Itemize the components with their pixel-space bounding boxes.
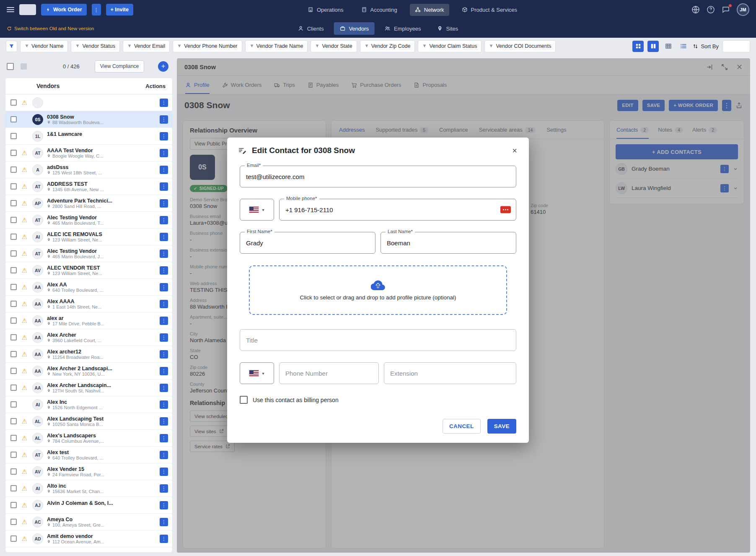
tab-sites[interactable]: Sites [431,22,464,35]
vendor-checkbox[interactable] [10,267,17,273]
filter-chip[interactable]: Vendor Phone Number [173,40,242,52]
tab-addresses[interactable]: Addresses [339,121,365,139]
select-all-checkbox[interactable] [7,63,14,70]
vendor-row[interactable]: ⚠ 1L 1&1 Lawncare ⋮ [5,128,172,145]
filter-chip[interactable]: Vendor Trade Name [245,40,308,52]
vendor-row[interactable]: ⚠ AV Alex Vender 15 24 Farmview Road, Po… [5,463,172,480]
vendor-checkbox[interactable] [10,334,17,340]
tab-compliance[interactable]: Compliance [439,121,468,139]
vendor-row[interactable]: ⚠ AJ Alvin J Coleman & Son, I... ⋮ [5,497,172,514]
selection-menu-button[interactable] [21,63,27,70]
vendor-checkbox[interactable] [10,183,17,190]
profile-picture-dropzone[interactable]: Click to select or drag and drop to add … [249,265,507,315]
email-field[interactable]: Email* test@utilizecore.com [240,166,516,187]
vendor-row[interactable]: ⚠ AI ALEC ICE REMOVALS 123 William Stree… [5,229,172,245]
vendor-row[interactable]: ⚠ ⋮ [5,94,172,111]
billing-person-checkbox[interactable] [240,396,248,404]
chevron-down-icon[interactable] [733,186,738,191]
vendor-checkbox[interactable] [10,217,17,223]
split-view-button[interactable] [647,41,659,52]
vendor-checkbox[interactable] [10,116,17,122]
tab-employees[interactable]: Employees [379,22,427,35]
vendor-actions-button[interactable]: ⋮ [160,166,168,174]
expand-icon[interactable] [721,64,728,70]
vendor-actions-button[interactable]: ⋮ [160,400,168,409]
contact-actions-button[interactable]: ⋮ [720,184,729,192]
close-panel-icon[interactable] [736,64,743,70]
hamburger-menu-icon[interactable] [7,7,14,12]
save-button[interactable]: SAVE [642,100,665,111]
vendor-row[interactable]: ⚠ AD Amit demo vendor 112 Ocean Avenue, … [5,530,172,547]
sort-option-box[interactable] [722,40,750,52]
vendor-checkbox[interactable] [10,401,17,408]
table-view-button[interactable] [663,41,674,52]
work-order-button[interactable]: Work Order [41,4,87,16]
vendor-checkbox[interactable] [10,234,17,240]
filter-chip[interactable]: Vendor State [311,40,357,52]
work-order-menu-button[interactable]: ⋮ [92,4,101,16]
vendor-actions-button[interactable]: ⋮ [160,182,168,191]
contact-row[interactable]: GB Grady Boeman ⋮ [616,159,738,179]
vendor-actions-button[interactable]: ⋮ [160,518,168,526]
nav-network[interactable]: Network [410,4,449,16]
vendor-actions-button[interactable]: ⋮ [160,451,168,459]
vendor-actions-button[interactable]: ⋮ [160,317,168,325]
vendor-checkbox[interactable] [10,502,17,508]
vendor-actions-button[interactable]: ⋮ [160,249,168,258]
vendor-checkbox[interactable] [10,368,17,374]
vendor-actions-button[interactable]: ⋮ [160,149,168,157]
vendor-checkbox[interactable] [10,99,17,106]
vendor-row[interactable]: ⚠ AP Adventure Park Technici... 2800 San… [5,195,172,212]
vendor-row[interactable]: ⚠ AT AAAA Test Vendor Boogie Woogie Way,… [5,145,172,161]
invite-button[interactable]: + Invite [106,4,133,16]
vendor-row[interactable]: ⚠ AT Alec Testing Vendor 465 Marin Boule… [5,212,172,229]
contact-actions-button[interactable]: ⋮ [720,165,729,173]
vendor-actions-button[interactable]: ⋮ [160,484,168,493]
tab-payables[interactable]: Payables [308,76,339,94]
tab-supported-trades[interactable]: Supported trades5 [375,121,428,139]
vendor-actions-button[interactable]: ⋮ [160,367,168,375]
filter-chip[interactable]: Vendor Name [20,40,68,52]
vendor-actions-button[interactable]: ⋮ [160,417,168,426]
vendor-row[interactable]: ⚠ A adsDsss 125 West 18th Street, ... ⋮ [5,161,172,178]
more-actions-button[interactable]: ⋮ [722,100,731,111]
filter-chip[interactable]: Vendor Status [71,40,120,52]
sort-by-control[interactable]: Sort By [693,43,719,49]
vendor-actions-button[interactable]: ⋮ [160,115,168,124]
vendor-actions-button[interactable]: ⋮ [160,468,168,476]
add-contacts-button[interactable]: + ADD CONTACTS [616,144,738,159]
vendor-actions-button[interactable]: ⋮ [160,283,168,291]
tab-clients[interactable]: Clients [292,22,330,35]
vendor-row[interactable]: ⚠ AA Alex AAAA 1 East 14th Street, Ne...… [5,296,172,312]
nav-operations[interactable]: Operations [303,4,349,16]
vendor-row[interactable]: ⚠ 0S 0308 Snow 88 Wadsworth Bouleva... ⋮ [5,111,172,128]
vendor-checkbox[interactable] [10,519,17,525]
version-switch-link[interactable]: Switch between Old and New version [7,26,94,31]
relationship-link-chip[interactable]: View sites [190,426,228,437]
phone-number-input[interactable] [279,362,379,384]
board-view-button[interactable] [632,41,644,52]
contact-row[interactable]: LW Laura Wingfield ⋮ [616,179,738,198]
title-input[interactable] [240,329,516,351]
vendor-row[interactable]: ⚠ AL Alex's Landscapers 784 Columbus Ave… [5,430,172,447]
tab-proposals[interactable]: Proposals [414,76,447,94]
extension-input[interactable] [384,362,516,384]
vendor-row[interactable]: ⚠ AC Ameya Co 100, Ameya Street, Gre... … [5,514,172,530]
vendor-actions-button[interactable]: ⋮ [160,300,168,308]
filter-chip[interactable]: Vendor Zip Code [360,40,415,52]
chat-icon[interactable] [722,5,730,14]
country-code-select-secondary[interactable]: ▾ [240,362,274,384]
vendor-actions-button[interactable]: ⋮ [160,266,168,275]
edit-button[interactable]: EDIT [617,100,638,111]
save-button[interactable]: SAVE [487,419,516,434]
vendor-row[interactable]: ⚠ AT ADDRESS TEST 1345 6th Avenue, New .… [5,178,172,195]
vendor-row[interactable]: ⚠ AT Alec Testing Vendor 465 Marin Boule… [5,245,172,262]
mobile-phone-field[interactable]: Mobile phone* +1 916-715-2110 [279,199,516,221]
vendor-checkbox[interactable] [10,166,17,173]
vendor-checkbox[interactable] [10,418,17,424]
vendor-actions-button[interactable]: ⋮ [160,132,168,140]
vendor-checkbox[interactable] [10,452,17,458]
tab-alerts[interactable]: Alerts2 [692,121,717,139]
vendor-row[interactable]: ⚠ AV ALEC VENDOR TEST 123 William Street… [5,262,172,279]
vendor-checkbox[interactable] [10,301,17,307]
